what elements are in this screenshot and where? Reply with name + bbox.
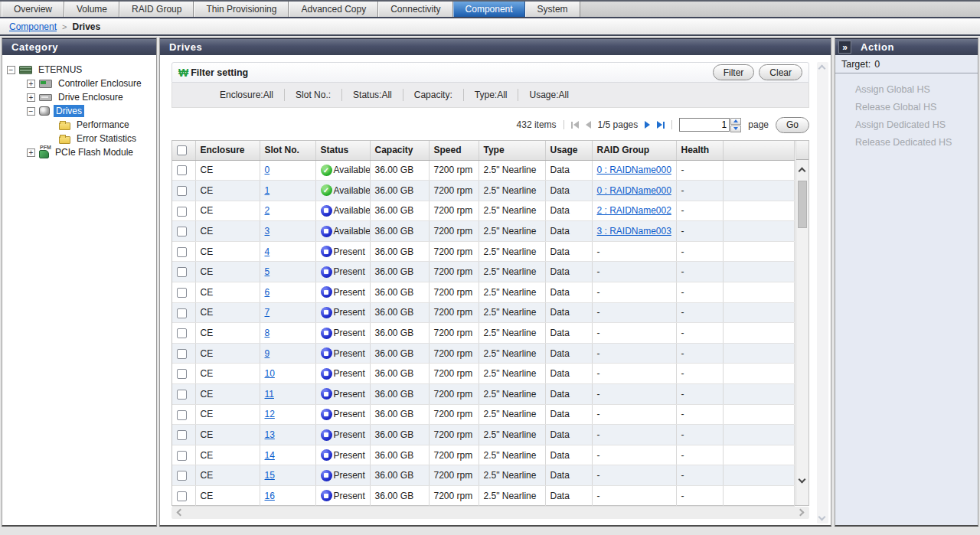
slot-link[interactable]: 1 [265, 185, 270, 196]
slot-link[interactable]: 11 [265, 389, 274, 400]
cell-blank [723, 384, 794, 405]
collapse-action-panel-button[interactable]: » [838, 41, 851, 54]
tab-overview[interactable]: Overview [2, 2, 64, 17]
tree-item-performance[interactable]: Performance [2, 118, 156, 132]
tree-item-controller-enclosure[interactable]: +Controller Enclosure [2, 77, 156, 90]
slot-link[interactable]: 9 [265, 348, 270, 359]
status-present-icon [321, 429, 332, 441]
tab-system[interactable]: System [525, 2, 580, 17]
action-assign-global-hs[interactable]: Assign Global HS [835, 81, 978, 99]
scroll-left-icon[interactable] [177, 509, 185, 517]
scroll-right-icon[interactable] [797, 509, 805, 517]
slot-link[interactable]: 5 [265, 266, 270, 277]
breadcrumb-component-link[interactable]: Component [9, 21, 57, 32]
row-checkbox[interactable] [177, 308, 187, 318]
row-checkbox[interactable] [177, 328, 187, 338]
slot-link[interactable]: 16 [265, 491, 275, 501]
prev-page-button[interactable] [586, 121, 591, 129]
tree-item-drive-enclosure[interactable]: +Drive Enclosure [2, 90, 156, 104]
slot-link[interactable]: 15 [265, 470, 275, 481]
row-checkbox[interactable] [177, 451, 187, 461]
expand-node-icon[interactable]: + [27, 93, 35, 102]
cell-slot: 10 [260, 364, 315, 384]
collapse-node-icon[interactable]: − [27, 107, 35, 116]
spinner-down-icon[interactable] [730, 126, 741, 132]
table-row: CE15Present36.00 GB7200 rpm2.5" Nearline… [172, 465, 794, 486]
slot-link[interactable]: 6 [265, 287, 270, 298]
tree-item-eternus[interactable]: −ETERNUS [2, 63, 156, 77]
row-checkbox[interactable] [177, 410, 187, 420]
panel-vertical-scrollbar[interactable] [817, 62, 828, 524]
tab-component[interactable]: Component [453, 2, 525, 17]
row-checkbox[interactable] [177, 186, 187, 196]
expand-node-icon[interactable]: + [27, 80, 35, 88]
status-label: Present [334, 368, 365, 379]
row-checkbox[interactable] [177, 349, 187, 359]
row-checkbox[interactable] [177, 247, 187, 257]
tab-volume[interactable]: Volume [64, 2, 119, 17]
slot-link[interactable]: 14 [265, 450, 275, 461]
row-checkbox[interactable] [177, 267, 187, 277]
cell-capacity: 36.00 GB [370, 181, 429, 201]
slot-link[interactable]: 13 [265, 429, 275, 440]
page-input[interactable] [679, 118, 730, 132]
raid-group-link[interactable]: 0 : RAIDName000 [597, 185, 671, 196]
cell-select [172, 364, 195, 384]
table-vertical-scrollbar[interactable] [795, 141, 808, 505]
status-present-icon [321, 226, 332, 237]
row-checkbox[interactable] [177, 369, 187, 379]
tree-item-error-statistics[interactable]: Error Statistics [2, 132, 156, 145]
tree-item-drives[interactable]: −Drives [2, 104, 156, 118]
row-checkbox[interactable] [177, 165, 187, 175]
slot-link[interactable]: 8 [265, 328, 270, 338]
slot-link[interactable]: 3 [265, 226, 270, 237]
slot-link[interactable]: 2 [265, 205, 270, 216]
action-assign-dedicated-hs[interactable]: Assign Dedicated HS [835, 116, 978, 134]
go-button[interactable]: Go [776, 117, 809, 133]
cell-type: 2.5" Nearline [479, 404, 545, 425]
panel-scroll-down-icon[interactable] [818, 514, 826, 521]
row-checkbox[interactable] [177, 491, 187, 501]
slot-link[interactable]: 7 [265, 307, 270, 318]
clear-button[interactable]: Clear [759, 64, 802, 80]
page-count: 1/5 pages [598, 119, 639, 130]
slot-link[interactable]: 12 [265, 409, 275, 419]
table-row: CE6Present36.00 GB7200 rpm2.5" NearlineD… [172, 282, 794, 303]
tab-advanced-copy[interactable]: Advanced Copy [289, 2, 378, 17]
scroll-up-icon[interactable] [799, 168, 806, 175]
collapse-node-icon[interactable]: − [7, 66, 15, 74]
drive-enclosure-icon [39, 94, 52, 101]
filter-button[interactable]: Filter [713, 64, 755, 80]
row-checkbox[interactable] [177, 390, 187, 400]
row-checkbox[interactable] [177, 207, 187, 217]
expand-node-icon[interactable]: + [27, 148, 35, 157]
row-checkbox[interactable] [177, 430, 187, 440]
tab-raid-group[interactable]: RAID Group [119, 2, 194, 17]
scrollbar-thumb[interactable] [798, 181, 807, 228]
first-page-button[interactable] [571, 121, 579, 129]
raid-group-link[interactable]: 0 : RAIDName000 [597, 165, 671, 175]
raid-group-link[interactable]: 3 : RAIDName003 [597, 226, 671, 237]
panel-scroll-up-icon[interactable] [818, 65, 826, 73]
next-page-button[interactable] [645, 121, 650, 129]
table-horizontal-scrollbar[interactable] [172, 507, 809, 519]
tab-thin-provisioning[interactable]: Thin Provisioning [194, 2, 289, 17]
action-release-dedicated-hs[interactable]: Release Dedicated HS [835, 134, 978, 152]
slot-link[interactable]: 4 [265, 246, 270, 257]
row-checkbox[interactable] [177, 471, 187, 481]
row-checkbox[interactable] [177, 288, 187, 298]
slot-link[interactable]: 10 [265, 368, 275, 379]
last-page-button[interactable] [657, 121, 665, 129]
scroll-down-icon[interactable] [799, 476, 806, 484]
raid-group-link[interactable]: 2 : RAIDName002 [597, 205, 671, 216]
row-checkbox[interactable] [177, 227, 187, 237]
drives-table-wrapper: EnclosureSlot No.StatusCapacitySpeedType… [172, 140, 809, 506]
tab-connectivity[interactable]: Connectivity [378, 2, 452, 17]
divider [564, 120, 564, 129]
select-all-checkbox[interactable] [177, 145, 187, 155]
cell-raid-group: - [592, 323, 676, 344]
slot-link[interactable]: 0 [265, 165, 270, 175]
action-release-global-hs[interactable]: Release Global HS [835, 99, 978, 116]
tree-item-pcie-flash-module[interactable]: +PCIe Flash Module [2, 145, 156, 159]
spinner-up-icon[interactable] [730, 118, 741, 125]
